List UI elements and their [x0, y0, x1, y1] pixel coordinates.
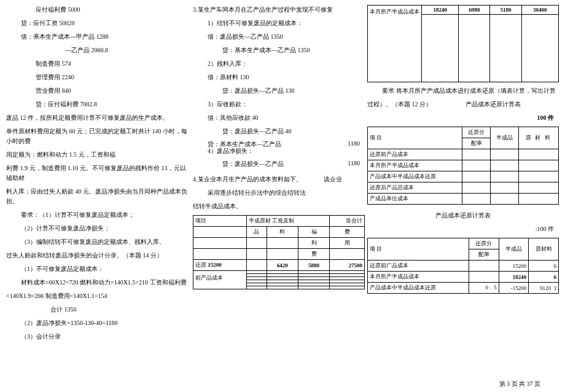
entry-line: 借：基本生产成本—甲产品 1288 — [6, 32, 190, 42]
th-sub: 费 — [330, 227, 365, 238]
entry-line: 贷：基本生产成本—乙产品 1350 — [193, 45, 365, 55]
cell: 9120 — [540, 285, 551, 291]
th: 还原分 — [462, 127, 491, 138]
restore-table-filled: 项 目 还原分 半成品 原材料 配率 还原前广品成本 15200 6 本月所产半… — [367, 238, 559, 294]
row-label: 本月所产半成品成本 — [368, 272, 469, 283]
column-middle: 3.某生产车间本月在乙产品生产过程中发现不可修复 1）结转不可修复废品的定额成本… — [193, 5, 365, 345]
th-sub: 配率 — [469, 249, 499, 261]
answer: （1）不可修复废品定额成本： — [6, 264, 190, 274]
row-label: 还原前广品成本 — [368, 261, 469, 272]
half-product-table: 项目 半成原材 工资及制 造合计 品 料 福 费 利 用 费 — [193, 215, 365, 289]
entry-line: 贷：应付工资 50020 — [6, 18, 190, 28]
cell: 18240 — [499, 272, 529, 283]
answer: （2）废品净损失=1350-130-40=1180 — [6, 318, 190, 328]
th: 原材料 — [529, 238, 559, 261]
restore-table-blank: 项 目 还原分 半成品 原 材 料 配率 还原前产品成本 本月所产半成品成本 产… — [367, 127, 559, 205]
row-label: 还原 — [195, 262, 206, 268]
cell: 6 — [529, 272, 559, 283]
row-label: 还原前产品成本 — [368, 149, 462, 160]
cell: 18240 — [422, 6, 459, 15]
answer: 材料成本=60X12=720 燃料和动力=140X1.5=210 工资和福利费 — [6, 278, 190, 288]
cell: 15200 — [208, 262, 222, 268]
para: 单件原材料费用定额为 60 元；已完成的定额工时共计 140 小时，每小时的费 — [6, 127, 190, 146]
cell: -15200 — [499, 283, 529, 294]
vert-label: 前产品成本 — [193, 271, 247, 289]
th-sub: 品 — [246, 227, 267, 238]
q4-head: 4.某企业本月生产产品的成本资料如下。 — [193, 176, 302, 182]
th-sub: 配率 — [462, 138, 491, 149]
entry-line: 管理费用 2240 — [6, 73, 190, 82]
sub-head: 3）应收赔款： — [193, 100, 365, 109]
cell — [469, 261, 499, 272]
column-right: 本月所产半成品成本 18240 6980 5180 30400 要求 将本月所产… — [367, 5, 559, 345]
th: 半成品 — [499, 238, 529, 261]
unit-label: 100 件 — [367, 113, 559, 123]
unit-label: :100 件 — [367, 224, 559, 234]
q4-tail: 该企业 — [324, 176, 342, 182]
cell: 5180 — [490, 6, 521, 15]
entry-line: 贷：废品损失—乙产品 — [222, 160, 284, 168]
th: 项目 — [193, 216, 247, 227]
cell: 3 — [554, 285, 557, 291]
row-label: 还原后产品总成本 — [368, 182, 462, 194]
cell: 30400 — [521, 6, 558, 15]
para: 利费 1.9 元，制造费用 1.10 元。不可修复废品的残料作价 13，元以辅助… — [6, 163, 190, 183]
th: 项 目 — [368, 238, 469, 261]
cell: 27500 — [330, 260, 365, 271]
th-sub: 用 — [330, 238, 365, 249]
vert-label: 本月所产半成品成本 — [368, 6, 422, 82]
th: 半成原材 工资及制 — [246, 216, 330, 227]
th-sub: 福 — [298, 227, 329, 238]
th: 半成品 — [491, 127, 519, 149]
row-label: 产品成本中半成品成本还原 — [368, 283, 469, 294]
entry-line: 借：原材料 130 — [193, 73, 365, 82]
entry-line: 制造费用 574 — [6, 59, 190, 69]
sub-head: 1）结转不可修复废品的定额成本： — [193, 18, 365, 28]
page-footer: 第 3 页 共 37 页 — [499, 380, 541, 388]
table-title: 产品成本还原计算表 — [466, 101, 521, 108]
cell: 6420 — [267, 260, 298, 271]
q3-head: 3.某生产车间本月在乙产品生产过程中发现不可修复 — [193, 5, 365, 15]
sub-head: 2）残料入库： — [193, 59, 365, 69]
requirement: （3）编制结转不可修复废品的定额成本、残料入库、 — [6, 237, 190, 247]
entry-line: 借：废品损失—乙产品 1350 — [193, 32, 365, 42]
th-sub: 料 — [267, 227, 298, 238]
cell: 5880 — [298, 260, 329, 271]
entry-line: 贷：废品损失—乙产品 130 — [193, 86, 365, 96]
cell — [246, 260, 267, 271]
answer: =140X1.9=266 制造费用=140X1.1=154 — [6, 291, 190, 301]
table-title: 产品成本还原计算表 — [367, 211, 559, 221]
entry-amount: 1180 — [348, 160, 360, 168]
cell: 6980 — [459, 6, 490, 15]
column-left: 应付福利费 5000 贷：应付工资 50020 借：基本生产成本—甲产品 128… — [6, 5, 190, 345]
entry-line: —乙产品 2060.8 — [6, 45, 190, 55]
q4-line: 采用逐步结转分步法中的综合结转法 — [193, 188, 365, 198]
th: 还原分 — [469, 238, 499, 249]
cell: 15200 — [499, 261, 529, 272]
row-label: 产成品单位成本 — [368, 194, 462, 205]
th: 项 目 — [368, 127, 462, 149]
entry-amount: 1180 — [348, 140, 360, 149]
requirement: （2）计算不可修复废品净损失； — [6, 224, 190, 233]
para: 料入库；应由过失人赔款 40 元。废品净损失由当月同种产品成本负担。 — [6, 187, 190, 206]
row-label: 产品成本中半成品成本还原 — [368, 171, 462, 182]
answer: （3）会计分录 — [6, 332, 190, 342]
row-label: 本月所产半成品成本 — [368, 160, 462, 171]
entry-line: 营业费用 840 — [6, 86, 190, 96]
cell: 6 — [529, 261, 559, 272]
entry-line: 应付福利费 5000 — [6, 5, 190, 15]
answer: 合计 1350 — [6, 305, 190, 315]
para: 废品 12 件，按所耗定额费用计算不可修复废品的生产成本。 — [6, 113, 190, 123]
cell: 0．5 — [469, 283, 499, 294]
q4-line: 结转半成品成本。 — [193, 202, 365, 211]
th: 造合计 — [330, 216, 365, 227]
requirement: 过程）。（本题 12 分） 产品成本还原计算表 — [367, 100, 559, 109]
top-cost-table: 本月所产半成品成本 18240 6980 5180 30400 — [367, 5, 559, 82]
para: 过失人赔款和结转废品净损失的会计分录。（本题 14 分） — [6, 251, 190, 261]
para: 用定额为：燃料和动力 1.5 元，工资和福 — [6, 150, 190, 160]
entry-line: 贷：应付福利费 7002.8 — [6, 100, 190, 109]
cell — [469, 272, 499, 283]
entry-line: 贷：废品损失—乙产品 40 — [193, 127, 365, 136]
entry-line: 借：其他应收款 40 — [193, 113, 365, 123]
th-sub: 利 — [298, 238, 329, 249]
